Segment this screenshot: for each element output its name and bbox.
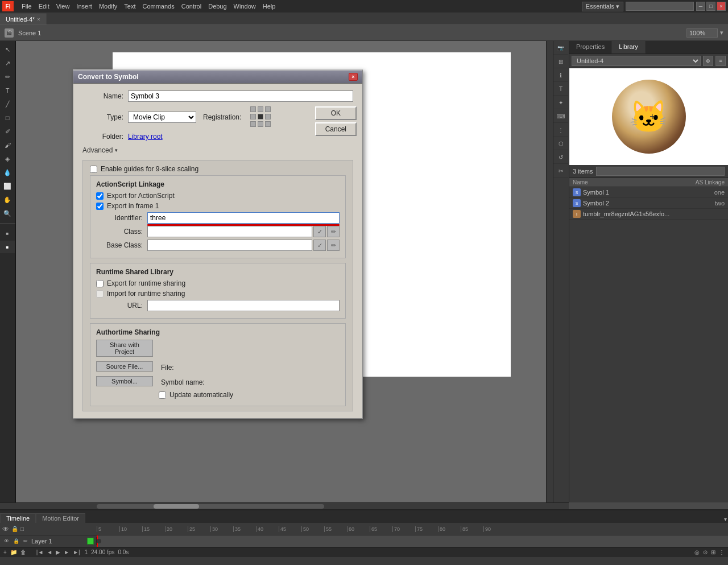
reg-tr[interactable] <box>265 106 271 112</box>
url-input[interactable] <box>147 300 340 311</box>
dialog-title-bar[interactable]: Convert to Symbol × <box>73 71 362 84</box>
tool-arrow[interactable]: ↖ <box>0 43 15 56</box>
tab-close-icon[interactable]: × <box>37 17 40 22</box>
delete-layer-button[interactable]: 🗑 <box>19 548 27 556</box>
tool-paint-bucket[interactable]: ◈ <box>0 152 15 165</box>
update-auto-checkbox[interactable] <box>159 391 166 399</box>
zoom-arrow[interactable]: ▾ <box>720 29 723 36</box>
list-item[interactable]: S Symbol 2 two <box>569 198 728 209</box>
menu-window[interactable]: Window <box>230 2 259 11</box>
onion-skin-button[interactable]: ◎ <box>693 548 701 556</box>
menu-insert[interactable]: Insert <box>73 2 96 11</box>
tab-motion-editor[interactable]: Motion Editor <box>36 513 85 523</box>
base-class-edit-button[interactable]: ✏ <box>327 240 340 251</box>
reg-br[interactable] <box>265 121 271 127</box>
menu-modify[interactable]: Modify <box>96 2 121 11</box>
tool-rect[interactable]: □ <box>0 112 15 124</box>
reg-bc[interactable] <box>258 121 263 127</box>
timeline-collapse-button[interactable]: ▾ <box>723 515 728 523</box>
canvas-area[interactable]: 🐱 Convert to Symbol × OK Cancel <box>16 41 553 502</box>
pencil-icon[interactable]: ✏ <box>22 537 30 545</box>
class-input[interactable] <box>147 226 312 237</box>
zoom-input[interactable] <box>686 28 718 38</box>
menu-file[interactable]: File <box>18 2 35 11</box>
list-item[interactable]: S Symbol 1 one <box>569 187 728 198</box>
last-frame-button[interactable]: ►| <box>72 548 81 556</box>
panel-properties-button[interactable]: ≡ <box>715 56 726 66</box>
reg-mr[interactable] <box>265 114 271 119</box>
type-select[interactable]: Movie Clip Button Graphic <box>128 112 196 123</box>
lock-icon[interactable]: 🔒 <box>11 526 18 532</box>
layer-visibility-icon[interactable]: 👁 <box>2 537 10 545</box>
tool-magic[interactable]: ✦ <box>553 97 568 109</box>
tab-properties[interactable]: Properties <box>569 41 612 53</box>
menu-text[interactable]: Text <box>121 2 139 11</box>
tool-eyedropper[interactable]: 💧 <box>0 166 15 179</box>
tool-zoom[interactable]: 🔍 <box>0 207 15 220</box>
list-item[interactable]: I tumblr_mr8egzntAG1s56exfo... <box>569 209 728 220</box>
dialog-close-button[interactable]: × <box>349 73 358 81</box>
share-project-button[interactable]: Share with Project <box>96 340 153 357</box>
export-runtime-checkbox[interactable] <box>96 280 104 287</box>
h-scrollbar[interactable] <box>0 502 569 509</box>
menu-help[interactable]: Help <box>259 2 279 11</box>
layer-frames[interactable] <box>97 535 728 547</box>
enable-guides-checkbox[interactable] <box>90 166 97 173</box>
edit-multiple-frames-button[interactable]: ⊞ <box>710 548 717 556</box>
add-folder-button[interactable]: 📁 <box>9 548 18 556</box>
folder-value[interactable]: Library root <box>128 133 163 141</box>
cancel-button[interactable]: Cancel <box>315 122 357 136</box>
registration-grid[interactable] <box>250 106 272 128</box>
minimize-button[interactable]: ─ <box>696 2 705 11</box>
essentials-button[interactable]: Essentials ▾ <box>582 2 623 11</box>
tool-pencil[interactable]: ✐ <box>0 125 15 138</box>
import-runtime-checkbox[interactable] <box>96 290 104 298</box>
menu-view[interactable]: View <box>53 2 73 11</box>
eye-icon[interactable]: 👁 <box>2 525 9 533</box>
tool-stroke-color[interactable]: ■ <box>0 227 15 240</box>
onion-skin-outlines-button[interactable]: ⊙ <box>702 548 709 556</box>
menu-control[interactable]: Control <box>178 2 205 11</box>
tool-t-text[interactable]: T <box>553 83 568 96</box>
reg-tl[interactable] <box>250 106 256 112</box>
panel-new-symbol-button[interactable]: ⊕ <box>703 56 713 66</box>
tool-grid[interactable]: ⊞ <box>553 56 568 68</box>
tab-library[interactable]: Library <box>612 41 646 53</box>
ok-button[interactable]: OK <box>315 106 357 120</box>
tool-text[interactable]: T <box>0 84 15 97</box>
source-file-button[interactable]: Source File... <box>96 361 153 372</box>
v-scrollbar[interactable] <box>546 41 553 502</box>
tool-info[interactable]: ℹ <box>553 69 568 82</box>
menu-commands[interactable]: Commands <box>139 2 177 11</box>
menu-debug[interactable]: Debug <box>205 2 230 11</box>
reg-bl[interactable] <box>250 121 256 127</box>
modify-onion-markers-button[interactable]: ⋮ <box>718 548 726 556</box>
first-frame-button[interactable]: |◄ <box>35 548 45 556</box>
reg-mc[interactable] <box>258 114 263 119</box>
tab-timeline[interactable]: Timeline <box>0 513 36 523</box>
outline-icon[interactable]: □ <box>20 526 24 532</box>
tool-camera[interactable]: 📷 <box>553 42 568 55</box>
tool-brush[interactable]: 🖌 <box>0 139 15 151</box>
tool-bone[interactable]: ⋮ <box>553 124 568 137</box>
library-dropdown[interactable]: Untitled-4 <box>572 56 701 66</box>
export-frame-checkbox[interactable] <box>96 203 104 210</box>
restore-button[interactable]: □ <box>706 2 715 11</box>
tool-line[interactable]: ╱ <box>0 98 15 110</box>
next-frame-button[interactable]: ► <box>63 548 71 556</box>
tab-untitled4[interactable]: Untitled-4* × <box>0 14 47 24</box>
play-button[interactable]: ▶ <box>55 548 61 556</box>
name-input[interactable] <box>128 90 353 102</box>
base-class-input[interactable] <box>147 240 312 251</box>
advanced-toggle[interactable]: Advanced ▾ <box>82 145 353 155</box>
tool-eraser[interactable]: ⬜ <box>0 180 15 192</box>
tool-freedraw[interactable]: ✏ <box>0 71 15 83</box>
class-edit-button[interactable]: ✏ <box>327 226 340 237</box>
add-layer-button[interactable]: + <box>2 548 8 556</box>
tool-3d[interactable]: ⬡ <box>553 138 568 150</box>
identifier-input[interactable] <box>147 212 340 224</box>
reg-ml[interactable] <box>250 114 256 119</box>
tool-subselect[interactable]: ↗ <box>0 57 15 69</box>
reg-tc[interactable] <box>258 106 263 112</box>
class-check-button[interactable]: ✓ <box>313 226 326 237</box>
